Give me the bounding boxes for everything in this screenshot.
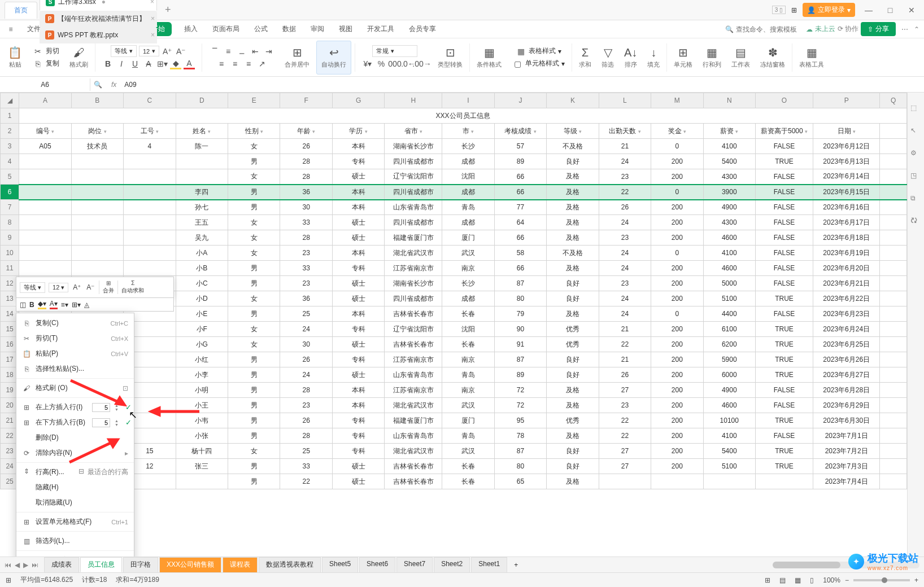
freeze-icon[interactable]: ✽ bbox=[768, 46, 778, 59]
data-cell[interactable]: 南京 bbox=[442, 261, 494, 276]
worksheet-icon[interactable]: ▤ bbox=[735, 46, 746, 59]
data-cell[interactable]: 66 bbox=[494, 230, 546, 246]
data-cell[interactable]: 女 bbox=[228, 139, 280, 154]
data-cell[interactable]: 24 bbox=[599, 246, 651, 261]
data-cell[interactable] bbox=[124, 215, 176, 230]
data-cell[interactable]: 成都 bbox=[442, 185, 494, 200]
data-cell[interactable]: 小C bbox=[176, 276, 228, 291]
zoom-in-icon[interactable]: + bbox=[914, 576, 918, 584]
data-cell[interactable]: 2023年7月4日 bbox=[813, 474, 880, 489]
fx-icon[interactable]: fx bbox=[106, 81, 122, 89]
data-cell[interactable]: 男 bbox=[228, 276, 280, 291]
data-cell[interactable]: 女 bbox=[228, 444, 280, 459]
data-cell[interactable]: 男 bbox=[228, 459, 280, 474]
data-cell[interactable]: 硕士 bbox=[332, 291, 384, 306]
data-cell[interactable]: 72 bbox=[494, 383, 546, 398]
data-cell[interactable]: 2023年6月19日 bbox=[813, 246, 880, 261]
sheet-tab[interactable]: 田字格 bbox=[123, 557, 158, 572]
data-cell[interactable] bbox=[71, 154, 123, 169]
data-cell[interactable]: 66 bbox=[494, 261, 546, 276]
mini-fill-icon[interactable]: ◆▾ bbox=[38, 300, 46, 309]
data-cell[interactable]: 2023年6月22日 bbox=[813, 291, 880, 306]
data-cell[interactable]: 及格 bbox=[547, 398, 599, 413]
data-cell[interactable]: 硕士 bbox=[332, 459, 384, 474]
dec-dec-icon[interactable]: .00→ bbox=[416, 58, 428, 69]
data-cell[interactable]: 79 bbox=[494, 306, 546, 322]
add-sheet-button[interactable]: + bbox=[508, 559, 524, 571]
column-header[interactable]: B bbox=[71, 93, 123, 108]
row-header[interactable]: 5 bbox=[1, 169, 19, 185]
menu-tab[interactable]: 公式 bbox=[252, 22, 270, 36]
data-cell[interactable]: 24 bbox=[599, 154, 651, 169]
data-cell[interactable]: 良好 bbox=[547, 352, 599, 367]
tools-icon[interactable]: ▦ bbox=[807, 46, 817, 59]
sheet-tab[interactable]: 成绩表 bbox=[44, 557, 79, 572]
data-cell[interactable]: 女 bbox=[228, 291, 280, 306]
data-cell[interactable]: 及格 bbox=[547, 200, 599, 215]
mini-shape-icon[interactable]: ◬ bbox=[84, 301, 89, 309]
data-cell[interactable]: FALSE bbox=[756, 200, 813, 215]
side-chart-icon[interactable]: ⧉ bbox=[910, 194, 922, 205]
data-cell[interactable]: 89 bbox=[494, 154, 546, 169]
data-cell[interactable]: 22 bbox=[599, 337, 651, 352]
data-cell[interactable]: 吉林省长春市 bbox=[385, 337, 442, 352]
header-cell[interactable]: 学历 ▾ bbox=[332, 124, 384, 139]
data-cell[interactable]: 长沙 bbox=[442, 139, 494, 154]
data-cell[interactable]: 男 bbox=[228, 474, 280, 489]
ctx-clear[interactable]: ⟳清除内容(N)▸ bbox=[16, 445, 134, 461]
data-cell[interactable]: 南京 bbox=[442, 352, 494, 367]
view-page-icon[interactable]: ▤ bbox=[779, 576, 786, 584]
data-cell[interactable]: 小D bbox=[176, 291, 228, 306]
data-cell[interactable]: 良好 bbox=[547, 367, 599, 383]
mini-size-select[interactable]: 12 ▾ bbox=[49, 283, 68, 292]
orient-icon[interactable]: ↗ bbox=[256, 58, 268, 69]
sheet-tab[interactable]: Sheet6 bbox=[359, 557, 395, 572]
data-cell[interactable]: 66 bbox=[494, 169, 546, 185]
data-cell[interactable]: 福建省厦门市 bbox=[385, 230, 442, 246]
column-header[interactable]: E bbox=[228, 93, 280, 108]
data-cell[interactable]: 4900 bbox=[703, 200, 755, 215]
percent-icon[interactable]: % bbox=[376, 58, 387, 69]
data-cell[interactable]: 长春 bbox=[442, 459, 494, 474]
menu-tab[interactable]: 页面布局 bbox=[210, 22, 242, 36]
data-cell[interactable]: 及格 bbox=[547, 169, 599, 185]
data-cell[interactable]: 男 bbox=[228, 413, 280, 428]
row-header[interactable]: 9 bbox=[1, 230, 19, 246]
data-cell[interactable]: 长春 bbox=[442, 306, 494, 322]
data-cell[interactable]: 200 bbox=[651, 428, 703, 444]
data-cell[interactable]: 武汉 bbox=[442, 398, 494, 413]
bold-icon[interactable]: B bbox=[102, 58, 114, 69]
sheet-tab[interactable]: Sheet1 bbox=[471, 557, 507, 572]
data-cell[interactable]: 及格 bbox=[547, 261, 599, 276]
header-cell[interactable]: 考核成绩 ▾ bbox=[494, 124, 546, 139]
data-cell[interactable]: 2023年6月23日 bbox=[813, 306, 880, 322]
header-cell[interactable]: 工号 ▾ bbox=[124, 124, 176, 139]
close-tab-icon[interactable]: × bbox=[151, 15, 155, 23]
data-cell[interactable]: 女 bbox=[228, 230, 280, 246]
data-cell[interactable]: 2023年6月27日 bbox=[813, 367, 880, 383]
data-cell[interactable] bbox=[19, 230, 71, 246]
ctx-insert-above[interactable]: ⊞在上方插入行(I)▲▼✓ bbox=[16, 400, 134, 415]
data-cell[interactable]: 21 bbox=[599, 352, 651, 367]
data-cell[interactable]: FALSE bbox=[756, 139, 813, 154]
mini-font-color-icon[interactable]: A▾ bbox=[50, 300, 58, 309]
data-cell[interactable]: 6100 bbox=[703, 322, 755, 337]
data-cell[interactable]: 成都 bbox=[442, 291, 494, 306]
data-cell[interactable]: 2023年6月13日 bbox=[813, 154, 880, 169]
header-cell[interactable]: 市 ▾ bbox=[442, 124, 494, 139]
data-cell[interactable] bbox=[19, 169, 71, 185]
data-cell[interactable]: 良好 bbox=[547, 444, 599, 459]
document-tab[interactable]: PWPS PPT 教程.pptx× bbox=[40, 27, 157, 43]
column-header[interactable]: D bbox=[176, 93, 228, 108]
data-cell[interactable]: 2023年6月25日 bbox=[813, 337, 880, 352]
row-header[interactable]: 3 bbox=[1, 139, 19, 154]
data-cell[interactable]: 本科 bbox=[332, 306, 384, 322]
header-cell[interactable]: 奖金 ▾ bbox=[651, 124, 703, 139]
data-cell[interactable]: 5400 bbox=[703, 154, 755, 169]
data-cell[interactable]: 22 bbox=[280, 474, 332, 489]
filter-icon[interactable]: ▽ bbox=[604, 46, 612, 59]
menu-hamburger-icon[interactable]: ≡ bbox=[5, 23, 17, 36]
row-header[interactable]: 2 bbox=[1, 124, 19, 139]
data-cell[interactable]: 良好 bbox=[547, 276, 599, 291]
number-format-select[interactable]: 常规 ▾ bbox=[372, 45, 417, 57]
